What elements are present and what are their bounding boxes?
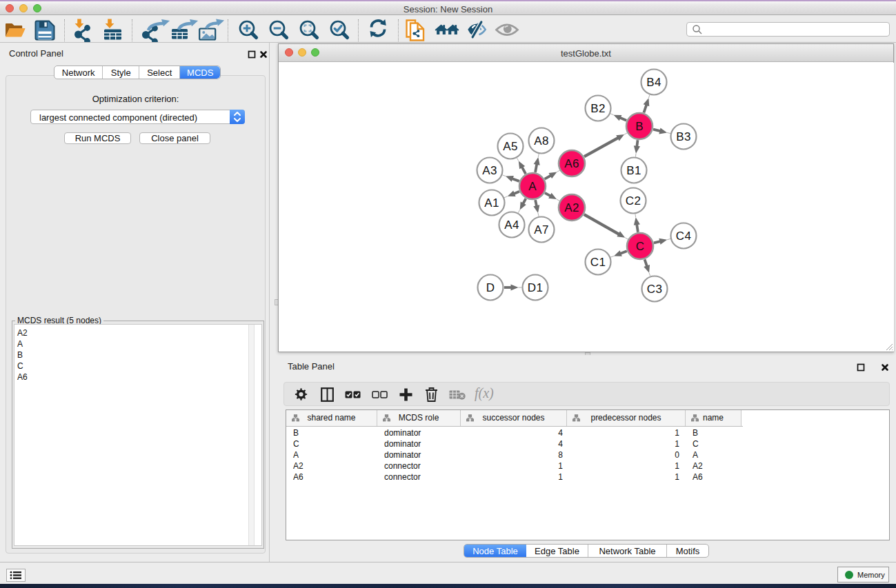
svg-text:A: A: [528, 180, 537, 193]
svg-text:B: B: [635, 120, 644, 133]
svg-text:C1: C1: [590, 256, 606, 269]
svg-text:A6: A6: [564, 157, 579, 170]
svg-text:B1: B1: [626, 164, 641, 177]
svg-text:A1: A1: [484, 196, 499, 210]
svg-text:A3: A3: [482, 164, 497, 177]
svg-text:C3: C3: [647, 283, 663, 296]
svg-text:D: D: [486, 281, 495, 294]
svg-text:B4: B4: [646, 76, 661, 89]
svg-text:B3: B3: [676, 130, 691, 143]
svg-text:D1: D1: [528, 281, 544, 294]
svg-text:C: C: [636, 240, 645, 253]
svg-text:C2: C2: [626, 194, 641, 207]
svg-text:A5: A5: [503, 140, 518, 153]
svg-text:B2: B2: [590, 102, 606, 115]
svg-text:C4: C4: [676, 230, 692, 243]
svg-text:A4: A4: [504, 219, 519, 232]
svg-text:A8: A8: [534, 134, 549, 148]
svg-text:A2: A2: [564, 201, 579, 214]
svg-text:A7: A7: [534, 223, 549, 236]
